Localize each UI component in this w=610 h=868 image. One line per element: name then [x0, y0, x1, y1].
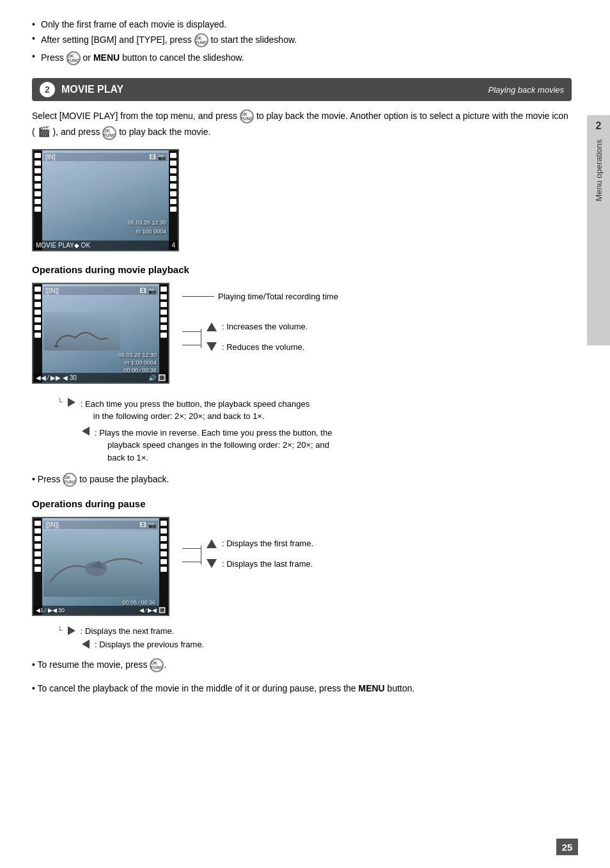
cam-top-bar-3: [[IN]] 🎞 📷: [43, 521, 158, 529]
prev-frame-annotation: : Displays the previous frame.: [70, 640, 572, 649]
sidebar-number: 2: [596, 120, 602, 132]
h3-pause: Operations during pause: [32, 498, 572, 509]
intro-text: Select [MOVIE PLAY] from the top menu, a…: [32, 109, 572, 140]
film-strip-right-3: [159, 518, 168, 615]
left-arrow-icon-1: [82, 427, 90, 436]
below-pause-annotations: └ : Displays the next frame. : Displays …: [70, 626, 572, 649]
right-arrow-icon-2: [68, 626, 75, 635]
cancel-text: • To cancel the playback of the movie in…: [32, 681, 572, 695]
ok-icon-6: OKFUNC: [150, 658, 164, 672]
section-number: 2: [40, 82, 55, 97]
film-strip-right: [169, 150, 178, 250]
playback-section: [[IN]] 🎞 📷 06.03.26 12:30 m 1:00·0004 00…: [32, 283, 572, 388]
ok-icon-3: OKFUNC: [240, 109, 254, 123]
film-strip-left-3: [33, 518, 42, 615]
cam-date-1: 06.03.26 12:30: [128, 219, 166, 226]
page-number: 25: [556, 839, 578, 855]
bullet-item-3: Press OKFUNC or MENU button to cancel th…: [32, 51, 572, 65]
section-subtitle: Playing back movies: [489, 85, 565, 95]
resume-text: • To resume the movie, press OKFUNC.: [32, 658, 572, 672]
triangle-up-icon: [207, 322, 217, 331]
h3-playback: Operations during movie playback: [32, 264, 572, 275]
camera-screen-1: [IN] 🎞 📷 06.03.26 12:30 m 100 0004 MOVIE…: [32, 149, 572, 251]
right-arrow-icon-1: [68, 398, 75, 407]
cam-date-2: 06.03.26 12:30: [118, 352, 157, 358]
play-forward-annotation: └ : Each time you press the button, the …: [70, 398, 572, 423]
vol-down-annotation: : Reduces the volume.: [207, 340, 308, 354]
first-frame-annotation: : Displays the first frame.: [207, 536, 313, 551]
last-frame-annotation: : Displays the last frame.: [207, 556, 313, 571]
cam-top-bar-2: [[IN]] 🎞 📷: [43, 287, 158, 295]
sidebar-text: Menu operations: [594, 139, 604, 201]
section-title: MOVIE PLAY: [61, 84, 489, 95]
next-frame-annotation: └ : Displays the next frame.: [70, 626, 572, 636]
playback-annotations: Playing time/Total recording time : Incr…: [182, 283, 572, 357]
triangle-down-icon: [207, 342, 217, 351]
ok-icon-2: OKFUNC: [66, 51, 81, 65]
left-arrow-icon-2: [82, 640, 90, 649]
film-strip-left-2: [33, 284, 42, 383]
film-strip-right-2: [159, 284, 168, 383]
ok-icon-5: OKFUNC: [63, 473, 77, 487]
triangle-up-icon-2: [207, 539, 217, 548]
scene-image: [43, 312, 120, 351]
below-playback-annotations: └ : Each time you press the button, the …: [70, 398, 572, 464]
camera-screen-2: [[IN]] 🎞 📷 06.03.26 12:30 m 1:00·0004 00…: [32, 283, 169, 388]
movie-icon: 🎬: [38, 126, 51, 137]
play-reverse-annotation: : Plays the movie in reverse. Each time …: [70, 427, 572, 464]
cam-info-2: m 1:00·0004: [125, 359, 157, 366]
section-header: 2 MOVIE PLAY Playing back movies: [32, 78, 572, 101]
press-pause-text: • Press OKFUNC to pause the playback.: [32, 473, 572, 487]
top-bullet-list: Only the first frame of each movie is di…: [32, 19, 572, 65]
cam-bottom-bar-2: ◀◀ ∕ ▶▶ ◀ 30 🔊 🔳: [33, 373, 168, 383]
ok-icon-4: OKFUNC: [102, 126, 116, 140]
cam-info-1: m 100 0004: [136, 228, 166, 235]
pause-scene: [43, 531, 158, 597]
ok-icon-1: OKFUNC: [194, 33, 208, 47]
vol-up-annotation: : Increases the volume.: [207, 319, 308, 334]
cam-bottom-bar-3: ◀1 ∕ ▶◀ 30 ◀ ∕ ▶◀ 🔳: [33, 606, 168, 615]
camera-screen-3: [[IN]] 🎞 📷 00:05 ∕ 00:36 ◀1 ∕ ▶◀ 30 ◀ ∕ …: [32, 517, 169, 620]
cam-bottom-bar-1: MOVIE PLAY◆ OK 4: [33, 241, 178, 250]
pause-annotations: : Displays the first frame. : Displays t…: [182, 517, 572, 574]
film-strip-left: [33, 150, 42, 250]
playing-time-label: Playing time/Total recording time: [218, 289, 338, 304]
cam-top-bar-1: [IN] 🎞 📷: [43, 153, 168, 161]
triangle-down-icon-2: [207, 559, 217, 568]
bullet-item-1: Only the first frame of each movie is di…: [32, 19, 572, 29]
bullet-item-2: After setting [BGM] and [TYPE], press OK…: [32, 33, 572, 47]
cam-time-3: 00:05 ∕ 00:36: [122, 599, 155, 606]
pause-section: [[IN]] 🎞 📷 00:05 ∕ 00:36 ◀1 ∕ ▶◀ 30 ◀ ∕ …: [32, 517, 572, 620]
